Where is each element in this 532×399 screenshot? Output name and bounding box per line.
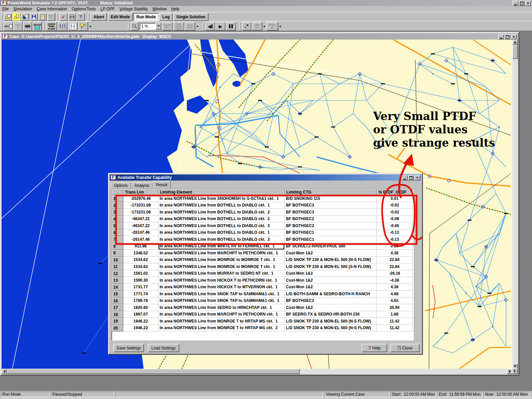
cell-limiting-ctg[interactable]: L/D SNOK TP 230 & MON-EL 500 (N-S FLOW) bbox=[285, 325, 377, 332]
cell-limiting-ctg[interactable]: L/D SNOK TP 230 & MON-EL 500 (S-N FLOW) bbox=[285, 263, 377, 270]
row-number[interactable]: 8 bbox=[112, 243, 123, 250]
cell-limiting-element[interactable]: In area NORTHWES Line from SEDRO to HRNC… bbox=[158, 304, 285, 311]
load-settings-button[interactable]: Load Settings bbox=[148, 344, 179, 352]
table-row[interactable]: 111534.62In area NORTHWES Line from MONR… bbox=[112, 263, 413, 270]
zoom-dropdown-arrow[interactable] bbox=[156, 23, 161, 30]
zoom-tool-button[interactable] bbox=[131, 22, 139, 31]
column-header-% PTDF_OTDF[interactable]: % PTDF_OTDF bbox=[377, 189, 413, 195]
cell-limiting-ctg[interactable]: BF BOTHSEC1 bbox=[285, 229, 377, 236]
bus-view-button[interactable] bbox=[68, 22, 78, 31]
abort-button[interactable]: Abort bbox=[90, 13, 107, 21]
cell-ptdf-otdf[interactable]: -26.16 bbox=[377, 270, 413, 277]
zoom-value[interactable]: 1 % bbox=[140, 23, 156, 30]
cell-limiting-ctg[interactable]: B/D SNOKING 115 bbox=[285, 195, 377, 202]
table-row[interactable]: 3-173231.08In area NORTHWES Line from BO… bbox=[112, 209, 413, 216]
save-view-button[interactable]: SAVE VIEW bbox=[185, 22, 195, 31]
row-number[interactable]: 3 bbox=[112, 209, 123, 216]
tab-analysis[interactable]: Analysis bbox=[131, 182, 153, 189]
table-row[interactable]: 4-46347.22In area NORTHWES Line from BOT… bbox=[112, 216, 413, 223]
minimize-button[interactable] bbox=[512, 1, 518, 6]
table-row[interactable]: 7-26147.46In area NORTHWES Line from BOT… bbox=[112, 236, 413, 243]
cell-ptdf-otdf[interactable]: -0.06 bbox=[377, 222, 413, 229]
fault-button[interactable]: FAULT bbox=[266, 22, 278, 31]
opt-v-button-disabled[interactable]: OPT. V bbox=[13, 22, 23, 31]
cell-limiting-ctg[interactable]: BF BOTHSEC2 bbox=[285, 216, 377, 223]
cell-ptdf-otdf[interactable]: 22.84 bbox=[377, 263, 413, 270]
cell-limiting-ctg[interactable]: Cust-Mon 1&2 bbox=[285, 277, 377, 284]
cell-trans-lim[interactable]: 1348.52 bbox=[123, 250, 158, 257]
restore-button[interactable] bbox=[519, 1, 525, 6]
pan-tool-button-disabled[interactable] bbox=[47, 13, 55, 21]
play-button[interactable]: ▶ bbox=[215, 22, 225, 31]
cell-trans-lim[interactable]: 1946.22 bbox=[123, 318, 158, 325]
save-view-dropdown[interactable] bbox=[196, 23, 200, 30]
cell-ptdf-otdf[interactable]: -0.13 bbox=[377, 236, 413, 243]
cell-limiting-ctg[interactable]: Cust-Mon 1&2 bbox=[285, 304, 377, 311]
menu-lp-opf[interactable]: LP OPF bbox=[98, 6, 117, 12]
keyboard-button[interactable] bbox=[23, 22, 32, 31]
close-button[interactable]: × bbox=[525, 1, 531, 6]
cell-limiting-ctg[interactable]: Cust-Mon 1&2 bbox=[285, 270, 377, 277]
menu-window[interactable]: Window bbox=[150, 6, 169, 12]
row-number[interactable]: 5 bbox=[112, 222, 123, 229]
cell-limiting-element[interactable]: In area NORTHWES Line from MARCHPT to PE… bbox=[158, 311, 285, 318]
cell-limiting-element[interactable]: In area NORTHWES Line from WHITE RV to F… bbox=[158, 243, 285, 250]
opt-file-button[interactable]: OPT. bbox=[4, 22, 13, 31]
table-row[interactable]: 8911.98In area NORTHWES Line from WHITE … bbox=[112, 243, 413, 250]
menu-file[interactable]: File bbox=[0, 6, 11, 12]
menu-case-information[interactable]: Case Information bbox=[34, 6, 69, 12]
row-number[interactable]: 17 bbox=[112, 304, 123, 311]
toolbar-grip[interactable] bbox=[57, 13, 58, 21]
cell-limiting-ctg[interactable]: Cust-Mon 1&2 bbox=[285, 250, 377, 257]
cell-limiting-element[interactable]: In area NORTHWES Line from BOTHELL to DI… bbox=[158, 209, 285, 216]
case-minimize-button[interactable] bbox=[498, 34, 504, 40]
quick-power-flow-button[interactable]: QUICK PWR FLOW bbox=[46, 22, 57, 31]
cell-trans-lim[interactable]: 1820.60 bbox=[123, 304, 158, 311]
row-number[interactable]: 12 bbox=[112, 270, 123, 277]
table-row[interactable]: 181867.07In area NORTHWES Line from MARC… bbox=[112, 311, 413, 318]
cell-trans-lim[interactable]: -173231.08 bbox=[123, 209, 158, 216]
table-row[interactable]: 191946.22In area NORTHWES Line from MONR… bbox=[112, 318, 413, 325]
column-header-Limiting CTG[interactable]: Limiting CTG bbox=[285, 189, 377, 195]
row-number[interactable]: 1 bbox=[112, 195, 123, 202]
pan-zoom-ctrl-button[interactable]: PAN- ZOOM CTRL bbox=[173, 22, 184, 31]
cell-limiting-element[interactable]: In area NORTHWES Line from BOTHELL to DI… bbox=[158, 222, 285, 229]
row-number[interactable]: 11 bbox=[112, 263, 123, 270]
tab-result[interactable]: Result bbox=[153, 181, 171, 189]
log-button[interactable]: Log bbox=[159, 13, 173, 21]
cell-trans-lim[interactable]: -26147.46 bbox=[123, 236, 158, 243]
cell-trans-lim[interactable]: 1789.78 bbox=[123, 298, 158, 305]
toolbar-grip[interactable] bbox=[202, 23, 204, 30]
cell-ptdf-otdf[interactable]: -0.06 bbox=[377, 216, 413, 223]
cell-limiting-element[interactable]: In area NORTHWES Line from MONROE T to H… bbox=[158, 325, 285, 332]
pause-button[interactable] bbox=[226, 22, 236, 31]
cell-limiting-element[interactable]: In area NORTHWES Line from BOTHELL to DI… bbox=[158, 216, 285, 223]
cell-ptdf-otdf[interactable]: 1.68 bbox=[377, 311, 413, 318]
open-case-button[interactable] bbox=[4, 13, 12, 21]
cell-limiting-ctg[interactable]: BF BOTHSEC3 bbox=[285, 202, 377, 209]
dialog-help-button[interactable]: ? Help bbox=[362, 344, 387, 352]
row-number[interactable]: 2 bbox=[112, 202, 123, 209]
scroll-corner-button[interactable] bbox=[512, 368, 518, 374]
cell-limiting-element[interactable]: In area NORTHWES Line from SNOK TAP to S… bbox=[158, 298, 285, 305]
cell-limiting-ctg[interactable]: Cust-Mon 1&2 bbox=[285, 284, 377, 291]
cell-trans-lim[interactable]: 1867.07 bbox=[123, 311, 158, 318]
edit-mode-button[interactable]: Edit Mode bbox=[108, 13, 133, 21]
dialog-maximize-button[interactable] bbox=[408, 175, 414, 181]
cell-ptdf-otdf[interactable]: 11.42 bbox=[377, 325, 413, 332]
column-header-Limiting Element[interactable]: Limiting Element bbox=[158, 189, 285, 195]
cell-limiting-element[interactable]: In area NORTHWES Line from MURRAY to SED… bbox=[158, 270, 285, 277]
cell-ptdf-otdf[interactable]: 4.38 bbox=[377, 250, 413, 257]
cell-trans-lim[interactable]: 1771.74 bbox=[123, 291, 158, 298]
validate-check-button[interactable]: ✓ bbox=[59, 13, 67, 21]
table-row[interactable]: 161789.78In area NORTHWES Line from SNOK… bbox=[112, 298, 413, 305]
row-number[interactable]: 15 bbox=[112, 291, 123, 298]
toolbar-grip[interactable] bbox=[1, 13, 3, 21]
cell-limiting-element[interactable]: In area NORTHWES Line from BOTHELL to DI… bbox=[158, 229, 285, 236]
menu-voltage-stability[interactable]: Voltage Stability bbox=[117, 6, 150, 12]
cell-limiting-ctg[interactable]: L/D SNOK TP 230 & MON-EL 500 (N-S FLOW) bbox=[285, 257, 377, 264]
table-row[interactable]: 141731.77In area NORTHWES Line from HICK… bbox=[112, 284, 413, 291]
table-row[interactable]: 5-46347.22In area NORTHWES Line from BOT… bbox=[112, 222, 413, 229]
cell-ptdf-otdf[interactable]: 4.38 bbox=[377, 284, 413, 291]
column-header-Trans Lim[interactable]: Trans Lim bbox=[123, 189, 158, 195]
